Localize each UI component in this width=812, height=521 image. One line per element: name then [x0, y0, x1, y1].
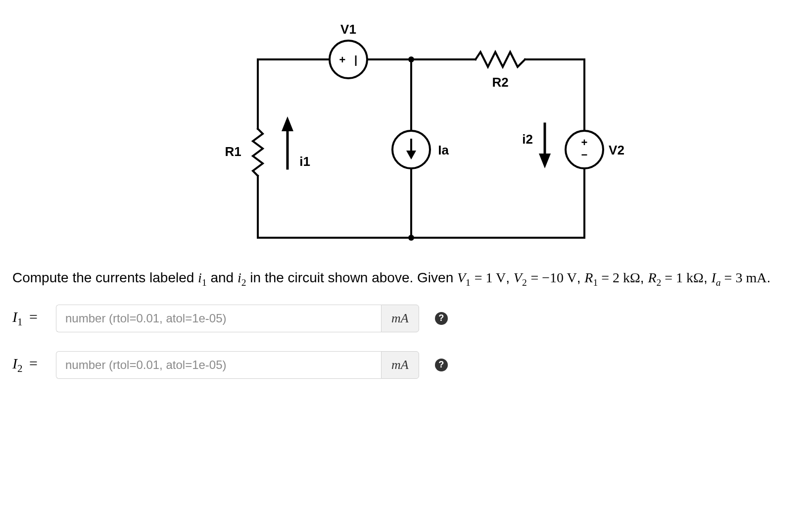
svg-point-4 [330, 41, 367, 78]
label-r1: R1 [225, 144, 241, 159]
v2-plus: + [581, 136, 587, 149]
v1-plus: + [339, 53, 345, 66]
svg-point-17 [408, 56, 414, 62]
label-ia: Ia [438, 143, 449, 157]
answer-label-i1: I1 = [12, 309, 47, 328]
label-v1: V1 [340, 22, 356, 37]
question-prefix: Compute the currents labeled [12, 270, 198, 285]
answer-label-i2: I2 = [12, 355, 47, 375]
answer-row-i2: I2 = mA ? [12, 351, 802, 379]
answer-row-i1: I1 = mA ? [12, 305, 802, 332]
v2-minus: − [581, 149, 587, 161]
answer-input-i2[interactable] [56, 351, 381, 379]
label-v2: V2 [609, 143, 624, 157]
answer-unit-i1: mA [381, 305, 419, 332]
help-icon[interactable]: ? [435, 312, 448, 325]
v1-minus: | [354, 53, 357, 66]
answer-input-i1[interactable] [56, 305, 381, 332]
answer-unit-i2: mA [381, 351, 419, 379]
label-r2: R2 [492, 75, 508, 90]
label-i1: i1 [299, 154, 310, 169]
question-text: Compute the currents labeled i1 and i2 i… [12, 267, 794, 290]
svg-point-18 [408, 235, 414, 241]
label-i2: i2 [522, 132, 533, 147]
help-icon[interactable]: ? [435, 359, 448, 371]
circuit-diagram: + | + − V1 R2 R1 i1 Ia i2 V2 [10, 10, 802, 258]
